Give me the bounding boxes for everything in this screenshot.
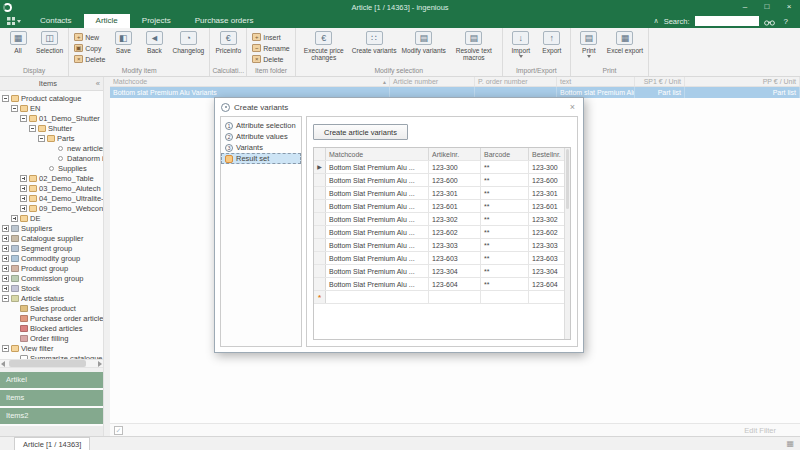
all-button[interactable]: ▦ All — [3, 29, 33, 66]
new-row[interactable]: * — [314, 291, 570, 304]
tree-item[interactable]: Commission group — [0, 273, 103, 283]
column-header-sp1[interactable]: SP1 € / Unit — [635, 77, 685, 86]
tree-expander[interactable] — [20, 115, 27, 122]
scrollbar-thumb[interactable] — [566, 149, 569, 209]
save-button[interactable]: ◧ Save — [108, 29, 138, 66]
sidebar-h-scrollbar[interactable] — [0, 359, 103, 368]
tree-expander[interactable] — [2, 275, 9, 282]
help-button[interactable]: ? — [780, 17, 792, 26]
scroll-right-icon[interactable] — [98, 361, 102, 367]
tree-item[interactable]: Suppliers — [0, 223, 103, 233]
col-matchcode[interactable]: Matchcode — [326, 148, 429, 160]
menu-tab[interactable]: Article — [84, 14, 130, 28]
tree-expander[interactable] — [2, 255, 9, 262]
dialog-close-button[interactable]: × — [568, 102, 577, 112]
tree-expander[interactable] — [2, 285, 9, 292]
column-header-pp[interactable]: PP € / Unit — [685, 77, 800, 86]
scrollbar-thumb[interactable] — [9, 360, 86, 367]
insert-folder-button[interactable]: + Insert — [250, 32, 291, 42]
view-button[interactable]: Items2 — [0, 408, 103, 424]
status-tab-article[interactable]: Article [1 / 14363] — [14, 437, 90, 450]
tree-item[interactable]: View filter — [0, 343, 103, 353]
tree-item[interactable]: Product group — [0, 263, 103, 273]
variant-row[interactable]: Bottom Slat Premium Alu ... 123-600 ** 1… — [314, 174, 570, 187]
changelog-button[interactable]: ◔ Changelog — [170, 29, 206, 66]
tree-item[interactable]: Parts — [0, 133, 103, 143]
tree-item[interactable]: 01_Demo_Shutter — [0, 113, 103, 123]
minimize-button[interactable]: – — [734, 0, 756, 14]
create-variants-button[interactable]: ∷ Create variants — [350, 29, 399, 66]
export-button[interactable]: ↑ Export — [537, 29, 567, 66]
view-button[interactable]: Items — [0, 390, 103, 406]
variant-row[interactable]: Bottom Slat Premium Alu ... 123-302 ** 1… — [314, 213, 570, 226]
delete-item-button[interactable]: × Delete — [72, 54, 107, 64]
grid-view-icon[interactable]: ▦ — [786, 437, 800, 450]
excel-export-button[interactable]: ▦ Excel export — [605, 29, 645, 66]
variant-row[interactable]: Bottom Slat Premium Alu ... 123-303 ** 1… — [314, 239, 570, 252]
copy-button[interactable]: ▣ Copy — [72, 43, 107, 53]
column-header-matchcode[interactable]: Matchcode ▲ — [110, 77, 390, 86]
scroll-left-icon[interactable] — [1, 361, 5, 367]
edit-filter-button[interactable]: Edit Filter — [744, 426, 796, 435]
tree-expander[interactable] — [2, 95, 9, 102]
app-menu-button[interactable] — [0, 14, 28, 28]
tree-item[interactable]: Order filling — [0, 333, 103, 343]
binoculars-icon[interactable] — [764, 17, 775, 26]
tree-item[interactable]: Purchase order article — [0, 313, 103, 323]
wizard-step[interactable]: 2 Attribute values — [221, 131, 301, 142]
tree-item[interactable]: Commodity group — [0, 253, 103, 263]
variant-row[interactable]: Bottom Slat Premium Alu ... 123-604 ** 1… — [314, 278, 570, 291]
tree-expander[interactable] — [2, 265, 9, 272]
priceinfo-button[interactable]: € Priceinfo — [213, 29, 243, 66]
create-article-variants-button[interactable]: Create article variants — [313, 124, 408, 140]
tree-item[interactable]: Product catalogue — [0, 93, 103, 103]
variant-row[interactable]: Bottom Slat Premium Alu ... 123-301 ** 1… — [314, 187, 570, 200]
search-input[interactable] — [695, 16, 759, 26]
tree-item[interactable]: Blocked articles — [0, 323, 103, 333]
new-button[interactable]: + New — [72, 32, 107, 42]
tree-item[interactable]: Segment group — [0, 243, 103, 253]
selection-button[interactable]: ◫ Selection — [34, 29, 65, 66]
delete-folder-button[interactable]: × Delete — [250, 54, 291, 64]
tree-expander[interactable] — [11, 105, 18, 112]
import-button[interactable]: ↓ Import — [506, 29, 536, 66]
tree-item[interactable]: DE — [0, 213, 103, 223]
tree-expander[interactable] — [38, 135, 45, 142]
variant-row[interactable]: Bottom Slat Premium Alu ... 123-601 ** 1… — [314, 200, 570, 213]
tree-item[interactable]: Catalogue supplier — [0, 233, 103, 243]
tree-expander[interactable] — [20, 195, 27, 202]
tree-expander[interactable] — [2, 235, 9, 242]
menu-tab[interactable]: Contacts — [28, 14, 84, 28]
filter-checkbox[interactable]: ✓ — [114, 426, 123, 435]
tree-item[interactable]: 04_Demo_Ultralite-Doors — [0, 193, 103, 203]
tree-item[interactable]: Shutter — [0, 123, 103, 133]
view-button[interactable]: Artikel — [0, 372, 103, 388]
column-header-text[interactable]: text — [557, 77, 635, 86]
back-button[interactable]: ◄ Back — [139, 29, 169, 66]
variant-row[interactable]: Bottom Slat Premium Alu ... 123-304 ** 1… — [314, 265, 570, 278]
tree-item[interactable]: Supplies — [0, 163, 103, 173]
tree-expander[interactable] — [11, 215, 18, 222]
tree-item[interactable]: Sales product — [0, 303, 103, 313]
rename-folder-button[interactable]: ~ Rename — [250, 43, 291, 53]
tree-expander[interactable] — [29, 125, 36, 132]
tree-expander[interactable] — [2, 245, 9, 252]
wizard-step[interactable]: Result set — [221, 153, 301, 164]
tree-expander[interactable] — [2, 345, 9, 352]
tree-item[interactable]: Stock — [0, 283, 103, 293]
tree-expander[interactable] — [20, 205, 27, 212]
wizard-step[interactable]: 3 Variants — [221, 142, 301, 153]
tree-item[interactable]: Datanorm import — [0, 153, 103, 163]
tree-item[interactable]: 03_Demo_Alutech — [0, 183, 103, 193]
variant-row[interactable]: Bottom Slat Premium Alu ... 123-602 ** 1… — [314, 226, 570, 239]
col-artikelnr[interactable]: Artikelnr. — [429, 148, 481, 160]
variant-row[interactable]: Bottom Slat Premium Alu ... 123-603 ** 1… — [314, 252, 570, 265]
tree-expander[interactable] — [2, 295, 9, 302]
variant-row[interactable]: ▶ Bottom Slat Premium Alu ... 123-300 **… — [314, 161, 570, 174]
tree-expander[interactable] — [2, 225, 9, 232]
column-header-p-order-number[interactable]: P. order number — [475, 77, 557, 86]
tree-item[interactable]: 09_Demo_Webcontrols — [0, 203, 103, 213]
tree-item[interactable]: new articles — [0, 143, 103, 153]
collapse-ribbon-icon[interactable]: ∧ — [654, 17, 659, 25]
scrollbar-track[interactable] — [7, 360, 96, 367]
